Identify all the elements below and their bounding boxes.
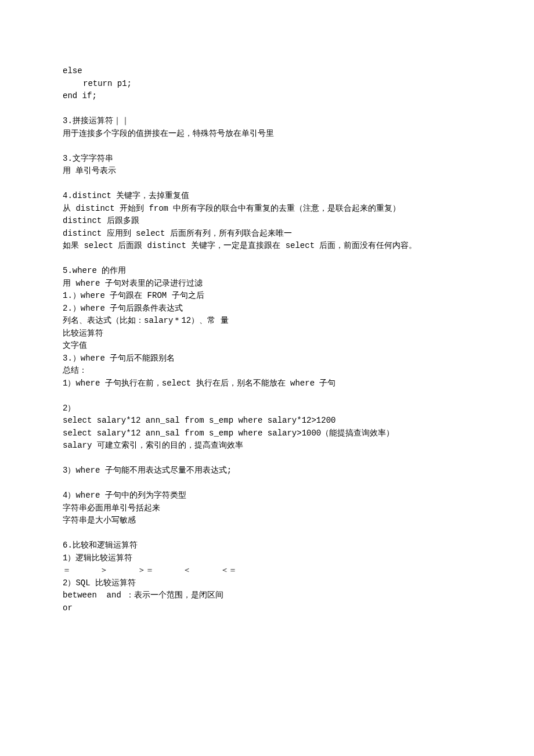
text-line: else — [63, 65, 471, 78]
text-line — [63, 527, 471, 540]
text-line: 1.）where 子句跟在 FROM 子句之后 — [63, 290, 471, 303]
text-line: return p1; — [63, 78, 471, 91]
text-line: 5.where 的作用 — [63, 265, 471, 278]
text-line: 1）where 子句执行在前，select 执行在后，别名不能放在 where … — [63, 377, 471, 390]
text-line: 4.distinct 关键字，去掉重复值 — [63, 190, 471, 203]
text-line: end if; — [63, 90, 471, 103]
text-line: 比较运算符 — [63, 327, 471, 340]
text-line: 3.）where 子句后不能跟别名 — [63, 352, 471, 365]
text-line: 2）SQL 比较运算符 — [63, 577, 471, 590]
text-line: 3.拼接运算符｜｜ — [63, 115, 471, 128]
text-line: 如果 select 后面跟 distinct 关键字，一定是直接跟在 selec… — [63, 240, 471, 253]
text-line: 用于连接多个字段的值拼接在一起，特殊符号放在单引号里 — [63, 128, 471, 141]
text-line — [63, 140, 471, 153]
text-line: 总结： — [63, 365, 471, 377]
text-line — [63, 477, 471, 490]
text-line — [63, 390, 471, 402]
text-line: 6.比较和逻辑运算符 — [63, 539, 471, 552]
text-line: between and ：表示一个范围，是闭区间 — [63, 589, 471, 602]
text-line: select salary*12 ann_sal from s_emp wher… — [63, 427, 471, 440]
text-line: 从 distinct 开始到 from 中所有字段的联合中有重复的去重（注意，是… — [63, 203, 471, 215]
text-line: distinct 后跟多跟 — [63, 215, 471, 228]
text-line: or — [63, 602, 471, 615]
text-line: 字符串必面用单引号括起来 — [63, 502, 471, 515]
text-line: 用 where 子句对表里的记录进行过滤 — [63, 278, 471, 290]
text-line: salary 可建立索引，索引的目的，提高查询效率 — [63, 440, 471, 452]
document-page: elsereturn p1;end if;3.拼接运算符｜｜用于连接多个字段的值… — [0, 0, 534, 756]
text-line — [63, 178, 471, 190]
text-line: 字符串是大小写敏感 — [63, 514, 471, 527]
text-line: 3.文字字符串 — [63, 153, 471, 165]
text-line: 文字值 — [63, 340, 471, 352]
text-line: distinct 应用到 select 后面所有列，所有列联合起来唯一 — [63, 228, 471, 240]
text-line: 4）where 子句中的列为字符类型 — [63, 489, 471, 502]
text-line — [63, 253, 471, 265]
text-line: 2） — [63, 402, 471, 415]
text-line: 用 单引号表示 — [63, 165, 471, 178]
text-line: select salary*12 ann_sal from s_emp wher… — [63, 415, 471, 427]
text-line: 2.）where 子句后跟条件表达式 — [63, 303, 471, 315]
text-line: 3）where 子句能不用表达式尽量不用表达式; — [63, 465, 471, 477]
text-line: 1）逻辑比较运算符 — [63, 552, 471, 565]
text-line — [63, 103, 471, 116]
text-line: 列名、表达式（比如：salary＊12）、常 量 — [63, 315, 471, 327]
text-line — [63, 452, 471, 465]
text-line: ＝ ＞ ＞＝ ＜ ＜＝ — [63, 564, 471, 577]
